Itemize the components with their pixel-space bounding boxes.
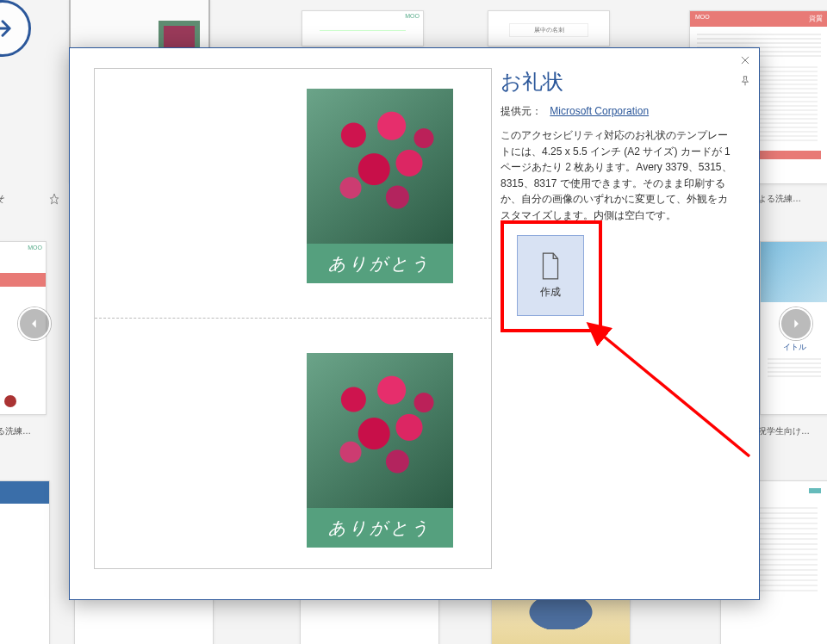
close-button[interactable] [737, 52, 754, 69]
template-description: このアクセシビリティ対応のお礼状のテンプレートには、4.25 x 5.5 インチ… [501, 127, 737, 224]
thank-you-card-front: ありがとう [307, 353, 453, 548]
pin-icon[interactable] [737, 72, 754, 90]
template-caption: 況学生向け… [758, 425, 827, 437]
moo-badge: MOO [695, 14, 710, 20]
template-tile[interactable]: 展中の名刺 [488, 10, 610, 46]
template-title: お礼状 [501, 68, 737, 96]
thank-you-card-front: ありがとう [307, 89, 453, 283]
template-tile[interactable] [0, 480, 50, 644]
moo-badge: MOO [405, 13, 420, 19]
card-text: ありがとう [307, 508, 453, 548]
annotation-highlight-box: 作成 [501, 220, 602, 332]
fold-divider [95, 318, 491, 319]
card-text: ありがとう [307, 244, 453, 283]
back-arrow-icon[interactable] [0, 0, 31, 57]
pin-icon[interactable] [48, 193, 60, 205]
template-caption: そ [0, 193, 48, 205]
template-info-panel: お礼状 提供元： Microsoft Corporation このアクセシビリテ… [501, 68, 737, 241]
document-icon [539, 252, 562, 280]
template-preview-dialog: ありがとう ありがとう お礼状 提供元： Microsoft Corporati… [69, 47, 760, 600]
next-template-button[interactable] [780, 307, 812, 340]
flower-image [307, 89, 453, 244]
create-button[interactable]: 作成 [517, 235, 584, 316]
prev-template-button[interactable] [18, 307, 51, 340]
template-caption: る洗練… [0, 425, 48, 437]
template-tile[interactable]: MOO [302, 10, 424, 46]
create-button-label: 作成 [540, 285, 561, 300]
template-caption: による洗練… [749, 193, 827, 205]
template-provider: 提供元： Microsoft Corporation [501, 104, 737, 119]
template-preview-page: ありがとう ありがとう [94, 68, 492, 569]
flower-image [307, 353, 453, 508]
moo-badge: MOO [28, 245, 42, 251]
provider-label: 提供元： [501, 105, 542, 117]
provider-link[interactable]: Microsoft Corporation [550, 105, 649, 117]
